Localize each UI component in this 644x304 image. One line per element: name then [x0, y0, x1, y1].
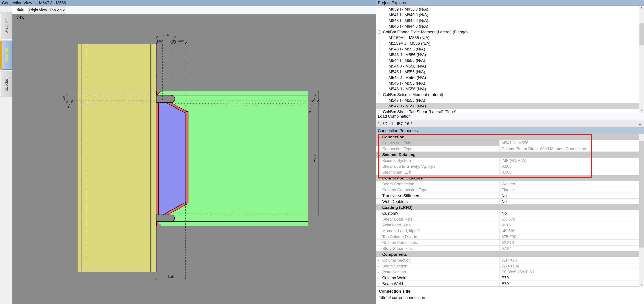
tab-2d-view[interactable]: 2D View	[0, 40, 12, 70]
grid-row[interactable]: Beam ConnectionWelded	[376, 181, 639, 187]
chevron-down-icon[interactable]: ⌄	[376, 134, 382, 140]
property-value[interactable]: -8.161	[500, 222, 639, 228]
scroll-up-icon[interactable]: ∧	[639, 134, 644, 139]
property-value[interactable]: E70	[500, 281, 639, 286]
tree-item[interactable]: M546 J - M556 (N/A)	[376, 86, 639, 92]
tab-top-view[interactable]: Top view	[48, 6, 66, 13]
grid-section-header[interactable]: ⌄Connection Category	[376, 175, 639, 181]
scroll-down-icon[interactable]: ∨	[639, 108, 644, 113]
grid-row[interactable]: Story Shear, kips.9.104	[376, 246, 639, 251]
tree-item[interactable]: M1159A I - M555 (N/A)	[376, 35, 639, 40]
grid-section-header[interactable]: ⌄Loading (LRFD)	[376, 204, 639, 210]
load-combination-select[interactable]: 1. 3D - 1 - IBC 16-1 ⌄	[376, 120, 644, 127]
property-label: Beam Connection	[376, 181, 500, 187]
property-value[interactable]: 0.000	[500, 163, 639, 169]
property-value[interactable]: Column/Beam Direct Weld Moment Connectio…	[500, 146, 639, 152]
expander-icon[interactable]: ›	[378, 275, 379, 281]
tree-item[interactable]: M845 I - M844 J (N/A)	[376, 23, 639, 29]
tree-item[interactable]: M544 J - M556 (N/A)	[376, 63, 639, 69]
grid-row[interactable]: Transverse StiffenersNo	[376, 193, 639, 199]
tree-item[interactable]: −Col/Bm Shear Tab Shear (Lateral) (Tube)	[376, 109, 639, 113]
grid-section-header[interactable]: ⌄Components	[376, 251, 639, 257]
grid-row[interactable]: Axial Load, kips.-8.161	[376, 222, 639, 228]
property-value[interactable]: Flange	[500, 187, 639, 192]
grid-row[interactable]: Moment Load, kips-ft.-49.639	[376, 228, 639, 234]
chevron-down-icon[interactable]: ⌄	[376, 175, 382, 181]
tree-scrollbar-thumb[interactable]	[640, 23, 644, 45]
property-value[interactable]: 9.104	[500, 246, 639, 251]
chevron-down-icon[interactable]: ⌄	[376, 251, 382, 257]
tree-item[interactable]: M543 J - M556 (N/A)	[376, 52, 639, 58]
property-value[interactable]: 0.000	[500, 169, 639, 175]
tab-right-view[interactable]: Right view	[28, 6, 48, 13]
property-value[interactable]: E70	[500, 275, 639, 281]
tree-item[interactable]: M843 I - M842 J (N/A)	[376, 18, 639, 23]
scroll-down-icon[interactable]: ∨	[639, 282, 644, 287]
grid-row[interactable]: Shear due to Gravity, Vg, kips.0.000	[376, 163, 639, 169]
grid-row[interactable]: Connection TypeColumn/Beam Direct Weld M…	[376, 146, 639, 152]
grid-section-header[interactable]: ⌄Connection	[376, 134, 639, 140]
grid-row[interactable]: Shear Load, kips.-13.678	[376, 216, 639, 222]
property-value[interactable]: W24X104	[500, 263, 639, 269]
tree-item[interactable]: M547 I - M555 (N/A)	[376, 98, 639, 103]
tree-item[interactable]: M1159A J - M556 (N/A)	[376, 40, 639, 46]
grid-row[interactable]: ›Column WeldE70	[376, 275, 639, 281]
tab-3d-view[interactable]: 3D View	[1, 12, 12, 39]
property-value[interactable]: -49.639	[500, 228, 639, 234]
tree-item-label: M841 I - M840 J (N/A)	[388, 12, 428, 17]
dim-bottom: 5.25	[168, 275, 174, 278]
grid-row[interactable]: Seismic SystemIMF (WUF-W)	[376, 157, 639, 163]
collapse-icon[interactable]: −	[378, 30, 381, 33]
expander-icon[interactable]: ›	[378, 269, 379, 275]
tree-item[interactable]: −Col/Bm Flange Plate Moment (Lateral) (F…	[376, 29, 639, 35]
grid-row[interactable]: Web DoublersNo	[376, 199, 639, 204]
grid-row[interactable]: Clear Span, L, ft.0.000	[376, 169, 639, 175]
tree-item[interactable]: M546 I - M555 (N/A)	[376, 80, 639, 86]
grid-row[interactable]: Connection TitleM547 J - M556	[376, 140, 639, 146]
grid-row[interactable]: Column Force, kips.62.270	[376, 240, 639, 246]
tree-item[interactable]: M543 I - M555 (N/A)	[376, 46, 639, 52]
chevron-down-icon[interactable]: ⌄	[376, 204, 382, 210]
tree-item[interactable]: M839 I - M838 J (N/A)	[376, 6, 639, 12]
chevron-down-icon[interactable]: ⌄	[376, 152, 382, 157]
grid-row[interactable]: ›Beam SectionW24X104	[376, 263, 639, 269]
grid-section-header[interactable]: ⌄Seismic Detailing	[376, 152, 639, 157]
property-value[interactable]: -13.678	[500, 216, 639, 222]
property-value[interactable]: No	[500, 199, 639, 204]
tree-item[interactable]: M545 I - M555 (N/A)	[376, 69, 639, 75]
property-value[interactable]: W14X74	[500, 257, 639, 263]
property-value[interactable]: 375.900	[500, 234, 639, 239]
grid-row[interactable]: ›Plate SectionP0.38x5.25x20.60	[376, 269, 639, 275]
tab-side-view[interactable]: Side view	[12, 6, 28, 13]
property-value[interactable]: M547 J - M556	[500, 140, 639, 146]
property-value[interactable]: 62.270	[500, 240, 639, 245]
tree-item[interactable]: M841 I - M840 J (N/A)	[376, 12, 639, 18]
property-value[interactable]: No	[500, 210, 639, 216]
property-value[interactable]: Welded	[500, 181, 639, 187]
drawing-canvas[interactable]: 3.25 1.00 0.50 2.00 1.25 0.25 1.75 0.50 …	[12, 13, 376, 304]
tree-item[interactable]: −Col/Bm Seismic Moment (Lateral)	[376, 92, 639, 98]
grid-row[interactable]: Column Connection TypeFlange	[376, 187, 639, 193]
scroll-up-icon[interactable]: ∧	[639, 6, 644, 11]
tree-item[interactable]: M545 J - M556 (N/A)	[376, 75, 639, 80]
chevron-down-icon[interactable]: ⌄	[638, 120, 642, 127]
tab-reports[interactable]: Reports	[1, 71, 12, 97]
property-value[interactable]: IMF (WUF-W)	[500, 157, 639, 163]
grid-scrollbar[interactable]: ∧ ∨	[639, 134, 644, 287]
expander-icon[interactable]: ›	[378, 263, 379, 269]
property-value[interactable]: No	[500, 193, 639, 198]
tree-item[interactable]: M544 I - M555 (N/A)	[376, 58, 639, 63]
tree-scrollbar[interactable]: ∧ ∨	[639, 6, 644, 113]
property-value[interactable]: P0.38x5.25x20.60	[500, 269, 639, 275]
grid-row[interactable]: Custom?No	[376, 210, 639, 216]
grid-row[interactable]: Top Column Dist, in.375.900	[376, 234, 639, 240]
collapse-icon[interactable]: −	[378, 110, 381, 113]
grid-row[interactable]: ›Beam WeldE70	[376, 281, 639, 287]
tree-item[interactable]: M547 J - M556 (N/A)	[376, 103, 639, 109]
expander-icon[interactable]: ›	[378, 257, 379, 263]
collapse-icon[interactable]: −	[378, 93, 381, 96]
grid-row[interactable]: ›Column SectionW14X74	[376, 257, 639, 263]
grid-scrollbar-thumb[interactable]	[639, 141, 644, 248]
expander-icon[interactable]: ›	[378, 281, 379, 287]
property-label: Column Section	[376, 257, 500, 263]
